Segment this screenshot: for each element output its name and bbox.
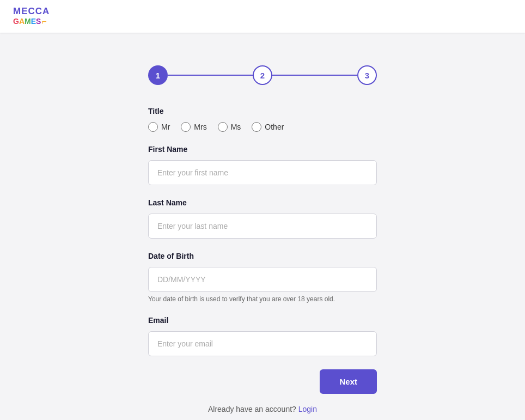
radio-label-mrs[interactable]: Mrs <box>194 123 206 131</box>
first-name-field-group: First Name <box>148 145 377 185</box>
radio-other[interactable]: Other <box>252 122 284 132</box>
email-label: Email <box>148 316 377 325</box>
email-field-group: Email <box>148 316 377 356</box>
login-text: Already have an account? <box>208 405 296 413</box>
step-1: 1 <box>148 65 168 85</box>
button-row: Next <box>148 369 377 394</box>
login-link[interactable]: Login <box>298 405 317 413</box>
radio-mr[interactable]: Mr <box>148 122 170 132</box>
radio-input-ms[interactable] <box>218 122 228 132</box>
form-container: 1 2 3 Title Mr Mrs <box>148 65 377 413</box>
radio-ms[interactable]: Ms <box>218 122 241 132</box>
title-field-group: Title Mr Mrs Ms Other <box>148 107 377 132</box>
dob-hint: Your date of birth is used to verify tha… <box>148 295 377 303</box>
logo: MECCA G A M E S ⌐ <box>13 7 512 26</box>
dob-field-group: Date of Birth Your date of birth is used… <box>148 252 377 303</box>
radio-input-mrs[interactable] <box>181 122 191 132</box>
radio-input-mr[interactable] <box>148 122 158 132</box>
radio-label-other[interactable]: Other <box>265 123 284 131</box>
step-2: 2 <box>253 65 272 85</box>
radio-input-other[interactable] <box>252 122 261 132</box>
first-name-input[interactable] <box>148 160 377 185</box>
radio-label-mr[interactable]: Mr <box>161 123 170 131</box>
title-label: Title <box>148 107 377 115</box>
next-button[interactable]: Next <box>320 369 377 394</box>
main-content: 1 2 3 Title Mr Mrs <box>0 33 525 420</box>
title-radio-group: Mr Mrs Ms Other <box>148 122 377 132</box>
step-3: 3 <box>357 65 377 85</box>
step-line-2 <box>272 75 357 76</box>
last-name-label: Last Name <box>148 198 377 207</box>
header: MECCA G A M E S ⌐ <box>0 0 525 33</box>
last-name-field-group: Last Name <box>148 198 377 239</box>
radio-label-ms[interactable]: Ms <box>231 123 241 131</box>
dob-label: Date of Birth <box>148 252 377 260</box>
email-input[interactable] <box>148 331 377 356</box>
login-row: Already have an account? Login <box>148 405 377 413</box>
last-name-input[interactable] <box>148 214 377 239</box>
stepper: 1 2 3 <box>148 65 377 85</box>
radio-mrs[interactable]: Mrs <box>181 122 206 132</box>
dob-input[interactable] <box>148 267 377 292</box>
first-name-label: First Name <box>148 145 377 154</box>
step-line-1 <box>168 75 253 76</box>
